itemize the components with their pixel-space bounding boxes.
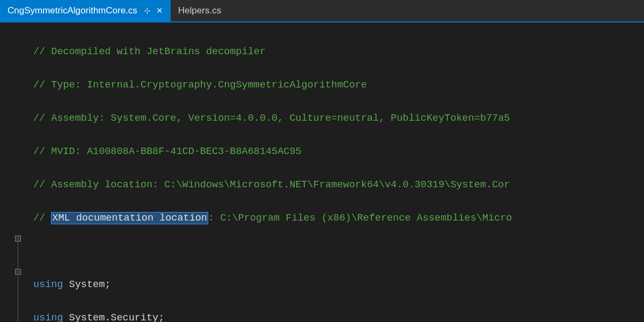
fold-guide-line <box>18 275 18 322</box>
code-line: // XML documentation location: C:\Progra… <box>33 210 644 226</box>
close-icon[interactable]: ✕ <box>156 6 163 16</box>
gutter: − − <box>0 23 23 322</box>
fold-guide-line <box>18 241 18 271</box>
code-line: // Decompiled with JetBrains decompiler <box>33 43 644 60</box>
tab-label: Helpers.cs <box>178 5 221 16</box>
code-editor[interactable]: // Decompiled with JetBrains decompiler … <box>23 23 644 322</box>
keyword-using: using <box>33 279 63 290</box>
tab-active-file[interactable]: CngSymmetricAlgorithmCore.cs ⊹ ✕ <box>0 0 171 21</box>
tab-inactive-file[interactable]: Helpers.cs <box>171 0 229 21</box>
code-line: // Assembly location: C:\Windows\Microso… <box>33 177 644 193</box>
code-line: // Assembly: System.Core, Version=4.0.0.… <box>33 110 644 127</box>
fold-toggle-icon[interactable]: − <box>15 269 21 275</box>
text-selection: XML documentation location <box>51 212 208 224</box>
code-line: using System.Security; <box>33 310 644 322</box>
blank-line <box>33 243 644 260</box>
fold-toggle-icon[interactable]: − <box>15 236 21 241</box>
code-line: // Type: Internal.Cryptography.CngSymmet… <box>33 77 644 93</box>
pin-icon[interactable]: ⊹ <box>144 6 151 16</box>
editor-area: − − // Decompiled with JetBrains decompi… <box>0 23 644 322</box>
comment-text: Decompiled with JetBrains decompiler <box>51 46 266 57</box>
comment: // <box>33 46 51 57</box>
tab-icons: ⊹ ✕ <box>144 6 163 16</box>
code-line: // MVID: A100808A-BB8F-41CD-BEC3-B8A6814… <box>33 143 644 160</box>
tab-bar: CngSymmetricAlgorithmCore.cs ⊹ ✕ Helpers… <box>0 0 644 23</box>
code-line: using System; <box>33 276 644 293</box>
tab-label: CngSymmetricAlgorithmCore.cs <box>8 5 137 16</box>
